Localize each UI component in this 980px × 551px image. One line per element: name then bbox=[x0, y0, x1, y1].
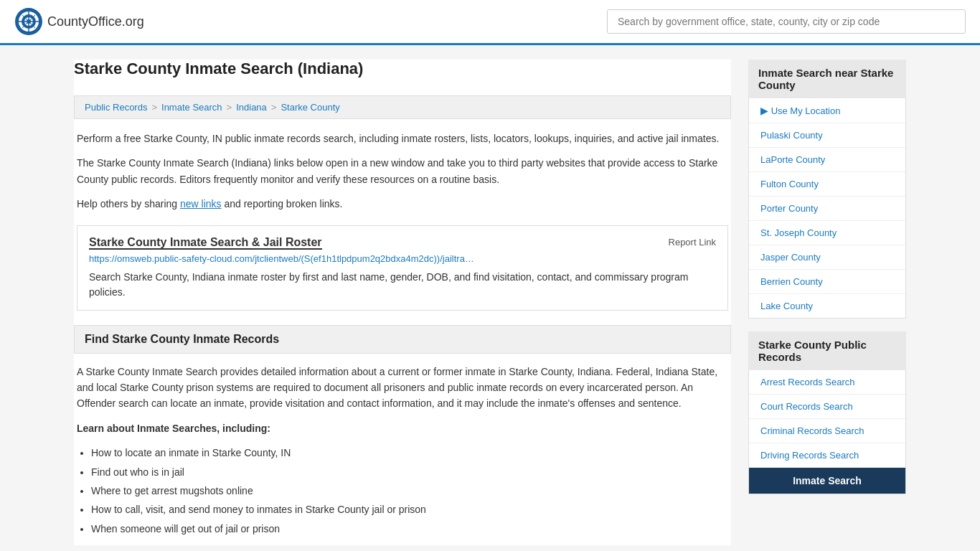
page-wrapper: Starke County Inmate Search (Indiana) Pu… bbox=[60, 45, 920, 551]
page-title: Starke County Inmate Search (Indiana) bbox=[74, 60, 731, 85]
intro-paragraph-2: The Starke County Inmate Search (Indiana… bbox=[74, 155, 731, 187]
bullet-item-4: How to call, visit, and send money to in… bbox=[91, 501, 728, 517]
search-input[interactable] bbox=[607, 9, 966, 34]
breadcrumb: Public Records > Inmate Search > Indiana… bbox=[74, 95, 731, 119]
report-link[interactable]: Report Link bbox=[669, 237, 716, 248]
learn-label-strong: Learn about Inmate Searches, including: bbox=[77, 423, 270, 434]
sidebar-nearby-links: ▶ Use My Location Pulaski County LaPorte… bbox=[748, 98, 906, 319]
main-content: Starke County Inmate Search (Indiana) Pu… bbox=[74, 60, 731, 545]
sidebar-link-st-joseph[interactable]: St. Joseph County bbox=[749, 221, 905, 245]
link-block-title-link[interactable]: Starke County Inmate Search & Jail Roste… bbox=[89, 236, 322, 250]
link-block-title: Starke County Inmate Search & Jail Roste… bbox=[89, 236, 322, 249]
sidebar-link-use-my-location[interactable]: ▶ Use My Location bbox=[749, 98, 905, 123]
logo-area[interactable]: CountyOffice.org bbox=[14, 7, 144, 36]
bullet-list: How to locate an inmate in Starke County… bbox=[91, 445, 728, 537]
sidebar-link-laporte[interactable]: LaPorte County bbox=[749, 148, 905, 172]
breadcrumb-link-inmate-search[interactable]: Inmate Search bbox=[161, 102, 222, 113]
sidebar-link-arrest-records[interactable]: Arrest Records Search bbox=[749, 370, 905, 395]
sidebar-link-porter[interactable]: Porter County bbox=[749, 197, 905, 221]
sidebar-link-driving-records[interactable]: Driving Records Search bbox=[749, 443, 905, 468]
bullet-item-5: When someone will get out of jail or pri… bbox=[91, 521, 728, 537]
breadcrumb-sep-2: > bbox=[227, 102, 232, 113]
bullet-item-1: How to locate an inmate in Starke County… bbox=[91, 445, 728, 461]
breadcrumb-sep-3: > bbox=[271, 102, 277, 113]
bullet-item-2: Find out who is in jail bbox=[91, 464, 728, 480]
section-header: Find Starke County Inmate Records bbox=[74, 325, 731, 354]
sidebar-public-records-links: Arrest Records Search Court Records Sear… bbox=[748, 370, 906, 494]
sidebar-link-court-records[interactable]: Court Records Search bbox=[749, 395, 905, 419]
section-body: A Starke County Inmate Search provides d… bbox=[74, 364, 731, 412]
intro-3-suffix: and reporting broken links. bbox=[222, 198, 343, 209]
logo-icon bbox=[14, 7, 43, 36]
logo-text: CountyOffice.org bbox=[47, 14, 144, 29]
sidebar-link-inmate-search[interactable]: Inmate Search bbox=[749, 468, 905, 494]
intro-3-prefix: Help others by sharing bbox=[77, 198, 180, 209]
location-icon: ▶ bbox=[760, 105, 768, 116]
new-links-link[interactable]: new links bbox=[180, 198, 222, 209]
breadcrumb-link-starke-county[interactable]: Starke County bbox=[281, 102, 339, 113]
bullet-item-3: Where to get arrest mugshots online bbox=[91, 483, 728, 499]
sidebar: Inmate Search near Starke County ▶ Use M… bbox=[748, 60, 906, 545]
sidebar-link-jasper[interactable]: Jasper County bbox=[749, 245, 905, 270]
sidebar-nearby-header: Inmate Search near Starke County bbox=[748, 60, 906, 98]
sidebar-public-records-header: Starke County Public Records bbox=[748, 331, 906, 370]
sidebar-label-use-my-location: Use My Location bbox=[771, 105, 841, 116]
svg-point-4 bbox=[27, 19, 31, 24]
sidebar-link-fulton[interactable]: Fulton County bbox=[749, 172, 905, 197]
link-url[interactable]: https://omsweb.public-safety-cloud.com/j… bbox=[89, 253, 716, 264]
learn-label: Learn about Inmate Searches, including: bbox=[74, 420, 731, 436]
logo-suffix: .org bbox=[122, 14, 144, 29]
link-block: Starke County Inmate Search & Jail Roste… bbox=[77, 225, 728, 311]
intro-paragraph-3: Help others by sharing new links and rep… bbox=[74, 196, 731, 212]
breadcrumb-link-public-records[interactable]: Public Records bbox=[85, 102, 147, 113]
sidebar-link-lake[interactable]: Lake County bbox=[749, 294, 905, 318]
breadcrumb-link-indiana[interactable]: Indiana bbox=[236, 102, 267, 113]
link-block-header: Starke County Inmate Search & Jail Roste… bbox=[89, 236, 716, 249]
breadcrumb-sep-1: > bbox=[151, 102, 157, 113]
logo-brand: CountyOffice bbox=[47, 14, 122, 29]
bullet-list-wrapper: How to locate an inmate in Starke County… bbox=[74, 445, 731, 537]
intro-paragraph-1: Perform a free Starke County, IN public … bbox=[74, 131, 731, 146]
sidebar-link-pulaski[interactable]: Pulaski County bbox=[749, 123, 905, 148]
header: CountyOffice.org bbox=[0, 0, 980, 45]
link-description: Search Starke County, Indiana inmate ros… bbox=[89, 270, 716, 300]
sidebar-link-berrien[interactable]: Berrien County bbox=[749, 270, 905, 294]
sidebar-link-criminal-records[interactable]: Criminal Records Search bbox=[749, 419, 905, 443]
